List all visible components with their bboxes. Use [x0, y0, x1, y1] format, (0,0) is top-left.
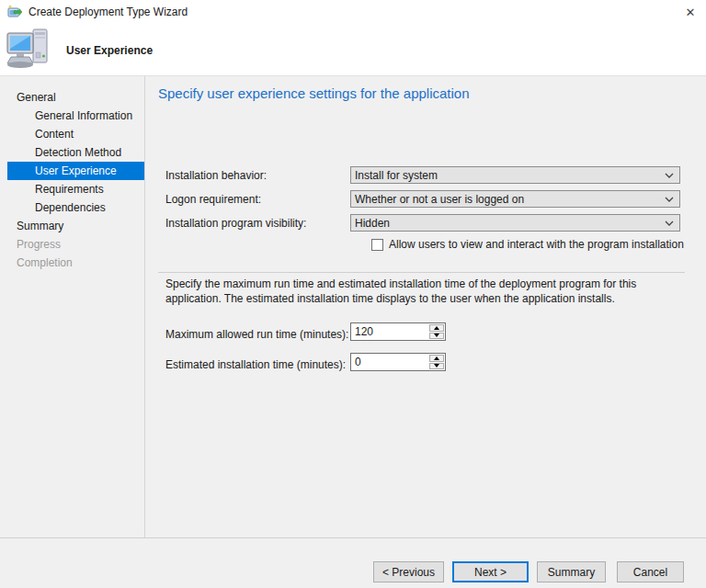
triangle-down-icon — [434, 364, 439, 368]
cancel-button[interactable]: Cancel — [617, 561, 684, 582]
allow-users-checkbox[interactable] — [371, 239, 383, 251]
runtime-note: Specify the maximum run time and estimat… — [165, 277, 691, 307]
chevron-down-icon — [659, 220, 679, 226]
sidebar-item-completion: Completion — [0, 254, 144, 272]
sidebar-item-progress: Progress — [0, 235, 144, 254]
wizard-body: General General Information Content Dete… — [0, 76, 706, 537]
spinner-down-button[interactable] — [429, 363, 444, 370]
max-run-time-value: 120 — [351, 323, 429, 340]
installation-behavior-label: Installation behavior: — [165, 169, 267, 182]
next-button[interactable]: Next > — [452, 561, 529, 582]
triangle-up-icon — [434, 326, 439, 330]
chevron-down-icon — [659, 197, 679, 202]
sidebar-item-general-information[interactable]: General Information — [0, 107, 144, 125]
wizard-footer: < Previous Next > Summary Cancel — [0, 537, 706, 588]
installation-behavior-dropdown[interactable]: Install for system — [350, 166, 680, 184]
sidebar-item-general[interactable]: General — [0, 88, 144, 107]
sidebar-item-detection-method[interactable]: Detection Method — [0, 143, 144, 162]
previous-button[interactable]: < Previous — [373, 561, 444, 582]
summary-button[interactable]: Summary — [537, 561, 606, 582]
estimated-time-spinner[interactable]: 0 — [350, 353, 446, 371]
wizard-header: User Experience — [0, 24, 706, 76]
installation-program-visibility-value: Hidden — [355, 217, 659, 230]
sidebar-item-content[interactable]: Content — [0, 125, 144, 143]
page-title: Specify user experience settings for the… — [158, 85, 470, 101]
chevron-down-icon — [659, 173, 679, 178]
triangle-down-icon — [434, 334, 439, 337]
installation-program-visibility-dropdown[interactable]: Hidden — [350, 214, 680, 232]
installation-behavior-value: Install for system — [355, 169, 659, 182]
close-button[interactable]: ✕ — [675, 0, 706, 24]
triangle-up-icon — [434, 356, 439, 360]
max-run-time-spinner[interactable]: 120 — [350, 322, 446, 341]
section-divider — [158, 272, 685, 273]
sidebar-item-user-experience[interactable]: User Experience — [7, 162, 144, 180]
spinner-buttons — [429, 354, 445, 370]
installation-program-visibility-label: Installation program visibility: — [165, 217, 306, 230]
sidebar-item-summary[interactable]: Summary — [0, 217, 144, 235]
sidebar: General General Information Content Dete… — [0, 76, 145, 537]
allow-users-checkbox-label: Allow users to view and interact with th… — [389, 238, 684, 251]
max-run-time-label: Maximum allowed run time (minutes): — [165, 328, 348, 341]
window-titlebar: Create Deployment Type Wizard ✕ — [0, 0, 706, 24]
computer-icon — [6, 25, 57, 74]
spinner-up-button[interactable] — [429, 355, 444, 362]
spinner-down-button[interactable] — [429, 333, 444, 340]
sidebar-item-requirements[interactable]: Requirements — [0, 180, 144, 198]
spinner-up-button[interactable] — [429, 324, 444, 332]
estimated-time-value: 0 — [351, 354, 429, 370]
logon-requirement-value: Whether or not a user is logged on — [355, 193, 659, 206]
main-panel: Specify user experience settings for the… — [145, 76, 706, 537]
sidebar-item-dependencies[interactable]: Dependencies — [0, 198, 144, 217]
header-title: User Experience — [66, 44, 153, 57]
logon-requirement-label: Logon requirement: — [165, 193, 261, 206]
spinner-buttons — [429, 323, 445, 340]
close-icon: ✕ — [686, 6, 696, 19]
allow-users-checkbox-row: Allow users to view and interact with th… — [371, 238, 684, 251]
wizard-app-icon — [7, 5, 22, 19]
window-title: Create Deployment Type Wizard — [28, 6, 188, 18]
estimated-time-label: Estimated installation time (minutes): — [165, 358, 346, 371]
logon-requirement-dropdown[interactable]: Whether or not a user is logged on — [350, 190, 680, 208]
wizard-window: Create Deployment Type Wizard ✕ User Exp… — [0, 0, 706, 588]
